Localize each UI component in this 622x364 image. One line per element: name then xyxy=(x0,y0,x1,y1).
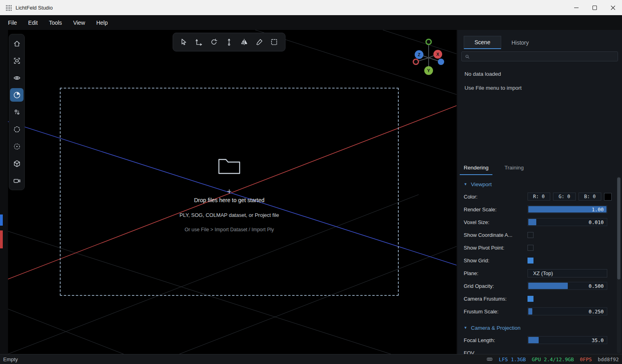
checkbox[interactable] xyxy=(528,258,533,264)
property-label: Focal Length: xyxy=(464,337,528,343)
gizmo-neg-x-ball[interactable] xyxy=(413,59,419,65)
section-title: Viewport xyxy=(471,181,492,187)
slider-fill xyxy=(528,283,568,289)
menu-edit[interactable]: Edit xyxy=(23,20,43,26)
tool-video-camera-button[interactable] xyxy=(10,174,24,187)
minimize-button[interactable] xyxy=(567,0,585,15)
tab-training[interactable]: Training xyxy=(500,162,528,175)
gizmo-z-ball[interactable]: Z xyxy=(415,50,423,59)
menu-tools[interactable]: Tools xyxy=(43,20,68,26)
brush-icon xyxy=(255,38,264,46)
property-row: Voxel Size:0.010 xyxy=(464,216,614,228)
status-gpu-memory: GPU 2.4/12.9GB xyxy=(532,356,574,362)
tool-pie-chart-button[interactable] xyxy=(10,88,24,102)
property-label: Camera Frustums: xyxy=(464,296,528,302)
points-cluster-icon xyxy=(13,108,21,116)
color-swatch[interactable] xyxy=(604,193,612,201)
plane-select[interactable]: XZ (Top) xyxy=(528,269,607,277)
gizmo-x-ball[interactable]: X xyxy=(433,50,442,59)
vtool-brush-button[interactable] xyxy=(253,36,266,49)
vtool-translate-button[interactable] xyxy=(193,36,205,49)
checkbox[interactable] xyxy=(528,296,533,302)
left-toolbar xyxy=(9,34,25,190)
close-button[interactable] xyxy=(604,0,622,15)
checkbox[interactable] xyxy=(528,232,533,238)
property-row: Grid Opacity:0.500 xyxy=(464,279,614,292)
panel-scrollbar[interactable] xyxy=(617,177,621,353)
rotate-icon xyxy=(210,38,218,46)
edge-marker-blue xyxy=(0,214,3,226)
viewport-3d[interactable]: Z X Y Drop files here to get started PLY… xyxy=(8,30,457,354)
slider-fill xyxy=(528,308,532,315)
tool-eye-button[interactable] xyxy=(10,71,24,85)
slider-value: 0.250 xyxy=(589,309,604,315)
select-cursor-icon xyxy=(179,38,188,46)
tool-dashed-circle-button[interactable] xyxy=(10,122,24,136)
dropzone-subtitle: PLY, SOG, COLMAP dataset, or Project fil… xyxy=(61,212,398,218)
slider[interactable]: 0.250 xyxy=(528,307,607,315)
dropzone-title: Drop files here to get started xyxy=(61,197,398,203)
tool-points-cluster-button[interactable] xyxy=(10,105,24,119)
property-label: Show Grid: xyxy=(464,258,528,264)
slider[interactable]: 1.00 xyxy=(528,205,607,213)
focus-frame-icon xyxy=(13,57,21,65)
mirror-icon xyxy=(240,38,248,46)
slider[interactable]: 0.010 xyxy=(528,218,607,226)
menu-file[interactable]: File xyxy=(2,20,23,26)
scene-search[interactable] xyxy=(461,51,618,61)
tool-dotted-circle-button[interactable] xyxy=(10,140,24,153)
folder-icon xyxy=(217,155,242,177)
tool-cube-button[interactable] xyxy=(10,157,24,170)
app-logo-icon xyxy=(6,5,12,11)
search-input[interactable] xyxy=(472,53,615,59)
gizmo-neg-z-ball[interactable] xyxy=(438,59,444,65)
menu-help[interactable]: Help xyxy=(91,20,113,26)
vtool-marquee-select-button[interactable] xyxy=(268,36,281,49)
tab-rendering[interactable]: Rendering xyxy=(460,162,492,175)
tool-home-button[interactable] xyxy=(10,37,24,50)
property-row: Focal Length:35.0 xyxy=(464,334,614,346)
slider[interactable]: 0.500 xyxy=(528,282,607,290)
vtool-select-cursor-button[interactable] xyxy=(177,36,190,49)
section-header[interactable]: ▼Viewport xyxy=(464,179,614,189)
viewport-toolbar xyxy=(173,33,285,51)
dotted-circle-icon xyxy=(13,142,21,151)
menu-bar: File Edit Tools View Help xyxy=(0,15,622,30)
cube-icon xyxy=(13,159,21,168)
scene-history-tabs: Scene History xyxy=(464,36,539,49)
view-orientation-gizmo[interactable]: Z X Y xyxy=(411,37,447,76)
dashed-circle-icon xyxy=(13,125,21,134)
property-tabs: Rendering Training xyxy=(460,162,528,175)
properties-list: ▼ViewportColor:R: 0G: 0B: 0Render Scale:… xyxy=(464,179,614,354)
axis-pivot-icon xyxy=(225,38,233,46)
vtool-mirror-button[interactable] xyxy=(238,36,250,49)
checkbox[interactable] xyxy=(528,245,533,251)
maximize-button[interactable] xyxy=(585,0,604,15)
color-b-field[interactable]: B: 0 xyxy=(579,193,601,201)
gizmo-y-ball[interactable]: Y xyxy=(424,66,433,75)
search-icon xyxy=(465,54,470,59)
tool-focus-frame-button[interactable] xyxy=(10,54,24,67)
property-label: Render Scale: xyxy=(464,207,528,212)
gizmo-neg-y-ball[interactable] xyxy=(425,39,432,45)
slider-fill xyxy=(528,219,536,225)
vtool-rotate-button[interactable] xyxy=(208,36,220,49)
video-camera-icon xyxy=(13,177,21,185)
property-row: FOV xyxy=(464,346,614,354)
slider[interactable]: 35.0 xyxy=(528,336,607,344)
color-g-field[interactable]: G: 0 xyxy=(553,193,576,201)
section-header[interactable]: ▼Camera & Projection xyxy=(464,323,614,333)
tab-scene[interactable]: Scene xyxy=(464,36,501,49)
menu-view[interactable]: View xyxy=(67,20,91,26)
property-label: Show Pivot Point: xyxy=(464,245,528,251)
status-lfs-memory: LFS 1.3GB xyxy=(499,356,526,362)
scrollbar-thumb[interactable] xyxy=(617,177,620,279)
property-row: Camera Frustums: xyxy=(464,292,614,305)
tab-history[interactable]: History xyxy=(501,36,539,49)
status-scene-state: Empty xyxy=(3,356,18,362)
vtool-axis-pivot-button[interactable] xyxy=(222,36,235,49)
color-r-field[interactable]: R: 0 xyxy=(528,193,550,201)
slider-value: 35.0 xyxy=(592,337,604,343)
drop-zone[interactable]: Drop files here to get started PLY, SOG,… xyxy=(60,88,399,296)
property-row: Render Scale:1.00 xyxy=(464,203,614,216)
